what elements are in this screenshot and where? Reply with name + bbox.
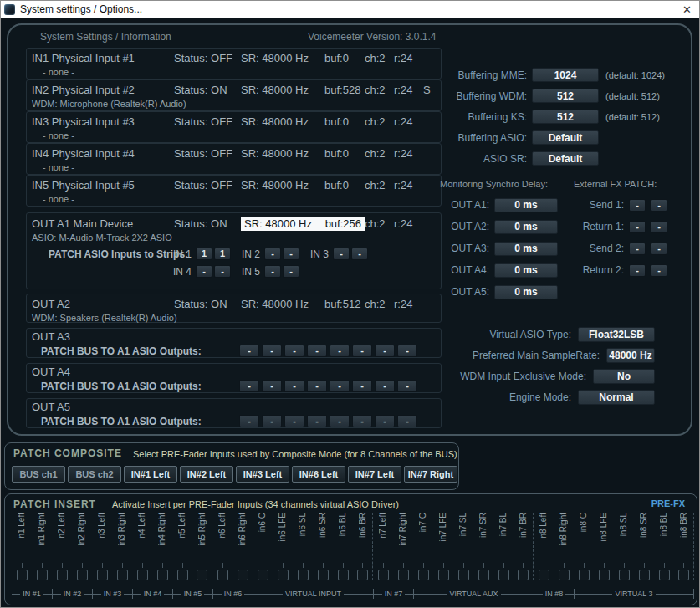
insert-checkbox[interactable] xyxy=(599,570,610,580)
insert-checkbox[interactable] xyxy=(217,570,228,580)
bus-patch-button[interactable]: - xyxy=(239,345,259,357)
bus-patch-button[interactable]: - xyxy=(330,380,350,392)
insert-checkbox[interactable] xyxy=(197,570,207,580)
buffering-value-button[interactable]: Default xyxy=(532,151,599,166)
bus-patch-button[interactable]: - xyxy=(284,415,304,427)
asio-patch-button[interactable]: 1 xyxy=(196,248,212,260)
asio-patch-button[interactable]: 1 xyxy=(214,248,231,260)
device-row[interactable]: IN5 Physical Input #5 Status: OFF SR: 48… xyxy=(26,175,442,207)
asio-patch-button[interactable]: - xyxy=(283,265,299,278)
insert-checkbox[interactable] xyxy=(258,570,268,580)
insert-checkbox[interactable] xyxy=(117,570,128,580)
asio-patch-button[interactable]: - xyxy=(214,265,231,278)
bus-patch-button[interactable]: - xyxy=(284,345,304,357)
insert-checkbox[interactable] xyxy=(338,570,349,580)
bus-patch-button[interactable]: - xyxy=(262,345,282,357)
setting-value-button[interactable]: Normal xyxy=(578,390,655,405)
insert-checkbox[interactable] xyxy=(278,570,289,580)
insert-checkbox[interactable] xyxy=(438,570,449,580)
composite-channel-button[interactable]: IN#7 Left xyxy=(348,466,401,483)
insert-checkbox[interactable] xyxy=(518,570,529,580)
delay-value-button[interactable]: 0 ms xyxy=(494,263,558,278)
insert-checkbox[interactable] xyxy=(57,570,68,580)
fx-patch-button[interactable]: - xyxy=(629,243,646,255)
fx-patch-button[interactable]: - xyxy=(629,199,646,212)
buffering-value-button[interactable]: 512 xyxy=(532,110,599,124)
setting-value-button[interactable]: Float32LSB xyxy=(578,327,655,342)
fx-patch-button[interactable]: - xyxy=(651,199,667,212)
close-icon[interactable]: ✕ xyxy=(682,4,692,15)
asio-patch-button[interactable]: - xyxy=(351,248,368,260)
insert-checkbox[interactable] xyxy=(238,570,248,580)
device-row[interactable]: IN1 Physical Input #1 Status: OFF SR: 48… xyxy=(26,48,442,79)
insert-checkbox[interactable] xyxy=(539,570,549,580)
asio-patch-button[interactable]: - xyxy=(196,265,212,278)
setting-value-button[interactable]: No xyxy=(593,369,655,384)
bus-patch-button[interactable]: - xyxy=(330,345,350,357)
asio-patch-button[interactable]: - xyxy=(333,248,350,260)
bus-patch-button[interactable]: - xyxy=(239,380,259,392)
delay-value-button[interactable]: 0 ms xyxy=(494,220,558,234)
insert-checkbox[interactable] xyxy=(619,570,630,580)
out-a1-section[interactable]: OUT A1 Main Device Status: ON SR: 48000 … xyxy=(26,212,442,289)
device-row[interactable]: IN3 Physical Input #3 Status: OFF SR: 48… xyxy=(26,111,442,143)
buffering-value-button[interactable]: 512 xyxy=(532,89,599,103)
insert-checkbox[interactable] xyxy=(137,570,148,580)
bus-patch-button[interactable]: - xyxy=(397,415,417,427)
delay-value-button[interactable]: 0 ms xyxy=(494,285,558,299)
insert-checkbox[interactable] xyxy=(398,570,409,580)
buffering-value-button[interactable]: 1024 xyxy=(532,68,599,82)
device-row[interactable]: IN2 Physical Input #2 Status: ON SR: 480… xyxy=(26,79,442,111)
insert-checkbox[interactable] xyxy=(157,570,168,580)
insert-checkbox[interactable] xyxy=(357,570,368,580)
insert-checkbox[interactable] xyxy=(579,570,590,580)
insert-checkbox[interactable] xyxy=(17,570,28,580)
bus-patch-button[interactable]: - xyxy=(262,415,282,427)
bus-patch-button[interactable]: - xyxy=(284,380,304,392)
bus-patch-button[interactable]: - xyxy=(307,380,327,392)
insert-checkbox[interactable] xyxy=(458,570,469,580)
composite-channel-button[interactable]: BUS ch2 xyxy=(68,466,121,483)
delay-value-button[interactable]: 0 ms xyxy=(494,198,558,212)
composite-channel-button[interactable]: BUS ch1 xyxy=(12,466,65,483)
composite-channel-button[interactable]: IN#1 Left xyxy=(124,466,177,483)
bus-patch-button[interactable]: - xyxy=(330,415,350,427)
asio-patch-button[interactable]: - xyxy=(283,248,299,260)
bus-patch-button[interactable]: - xyxy=(375,415,395,427)
bus-patch-button[interactable]: - xyxy=(307,345,327,357)
delay-value-button[interactable]: 0 ms xyxy=(494,242,558,256)
composite-channel-button[interactable]: IN#6 Left xyxy=(292,466,345,483)
fx-patch-button[interactable]: - xyxy=(629,221,646,233)
insert-checkbox[interactable] xyxy=(378,570,389,580)
composite-channel-button[interactable]: IN#7 Right xyxy=(404,466,457,483)
fx-patch-button[interactable]: - xyxy=(651,264,667,277)
insert-checkbox[interactable] xyxy=(639,570,650,580)
device-row[interactable]: IN4 Physical Input #4 Status: OFF SR: 48… xyxy=(26,143,442,175)
fx-patch-button[interactable]: - xyxy=(651,221,667,233)
bus-patch-button[interactable]: - xyxy=(352,415,372,427)
title-bar[interactable]: System settings / Options... ✕ xyxy=(1,1,699,18)
composite-channel-button[interactable]: IN#3 Left xyxy=(236,466,289,483)
insert-checkbox[interactable] xyxy=(659,570,670,580)
buffering-value-button[interactable]: Default xyxy=(532,130,599,145)
asio-patch-button[interactable]: - xyxy=(264,265,281,278)
fx-patch-button[interactable]: - xyxy=(651,243,667,255)
insert-checkbox[interactable] xyxy=(318,570,329,580)
setting-value-button[interactable]: 48000 Hz xyxy=(606,348,655,363)
insert-checkbox[interactable] xyxy=(418,570,429,580)
insert-checkbox[interactable] xyxy=(77,570,88,580)
insert-checkbox[interactable] xyxy=(559,570,570,580)
fx-patch-button[interactable]: - xyxy=(629,264,646,277)
insert-checkbox[interactable] xyxy=(37,570,48,580)
composite-channel-button[interactable]: IN#2 Left xyxy=(180,466,233,483)
insert-checkbox[interactable] xyxy=(678,570,689,580)
insert-checkbox[interactable] xyxy=(177,570,188,580)
bus-patch-button[interactable]: - xyxy=(239,415,259,427)
insert-checkbox[interactable] xyxy=(478,570,489,580)
out-a2-section[interactable]: OUT A2 Status: ON SR: 48000 Hz buf:512 c… xyxy=(26,294,442,323)
insert-checkbox[interactable] xyxy=(298,570,309,580)
bus-patch-button[interactable]: - xyxy=(307,415,327,427)
insert-checkbox[interactable] xyxy=(498,570,509,580)
insert-checkbox[interactable] xyxy=(97,570,108,580)
asio-patch-button[interactable]: - xyxy=(264,248,281,260)
